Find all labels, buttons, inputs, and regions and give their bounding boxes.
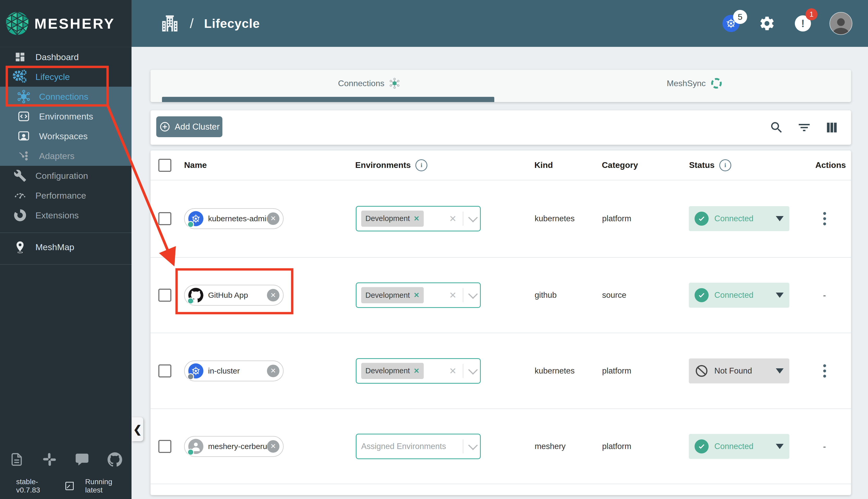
close-icon[interactable]: ✕	[267, 212, 279, 225]
table-row: meshery-cerberus-0 ✕ Assigned Environmen…	[150, 409, 851, 484]
sidebar-item-adapters[interactable]: Adapters	[0, 146, 132, 166]
search-icon[interactable]	[769, 120, 784, 135]
tab-connections-label: Connections	[338, 78, 384, 88]
status-dropdown[interactable]: Connected	[689, 283, 789, 308]
sidebar-item-workspaces[interactable]: Workspaces	[0, 126, 132, 146]
settings-button[interactable]	[758, 14, 776, 33]
kubernetes-context-button[interactable]: 5	[722, 14, 740, 33]
connection-name-chip[interactable]: GitHub App ✕	[184, 285, 284, 306]
filter-icon[interactable]	[797, 120, 811, 135]
sidebar-item-lifecycle[interactable]: Lifecycle	[0, 67, 132, 87]
environment-chip: Development ✕	[361, 363, 424, 379]
kubernetes-icon	[188, 363, 203, 378]
header-actions: 5 ! 1	[722, 0, 852, 47]
category-value: platform	[602, 366, 631, 376]
connected-check-icon	[695, 288, 709, 302]
connection-name: meshery-cerberus-0	[208, 442, 267, 451]
slack-icon[interactable]	[42, 452, 57, 467]
tab-meshsync-label: MeshSync	[667, 78, 706, 88]
running-status: Running latest	[85, 478, 132, 494]
connection-name: in-cluster	[208, 366, 267, 375]
view-columns-icon[interactable]	[824, 120, 839, 135]
col-status: Status	[689, 160, 715, 170]
connection-name-chip[interactable]: meshery-cerberus-0 ✕	[184, 436, 284, 457]
page-title: Lifecycle	[204, 16, 260, 31]
sidebar-item-connections[interactable]: Connections	[0, 87, 132, 107]
row-actions-menu[interactable]	[819, 212, 830, 225]
sidebar-footer: stable-v0.7.83 Running latest	[0, 452, 132, 499]
category-value: platform	[602, 214, 631, 223]
connection-name-chip[interactable]: kubernetes-admin… ✕	[184, 208, 284, 229]
chevron-down-icon[interactable]	[468, 440, 478, 450]
sidebar: MESHERY Dashboard	[0, 0, 132, 499]
logo[interactable]: MESHERY	[0, 0, 132, 47]
add-cluster-button[interactable]: Add Cluster	[156, 117, 222, 137]
notifications-button[interactable]: ! 1	[794, 14, 812, 33]
notification-count-badge: 1	[806, 8, 818, 20]
environments-select[interactable]: Development ✕ ✕	[356, 358, 481, 384]
breadcrumb-separator: /	[190, 16, 193, 31]
close-icon[interactable]: ✕	[267, 289, 279, 302]
connection-name-chip[interactable]: in-cluster ✕	[184, 361, 284, 381]
sidebar-collapse-button[interactable]: ❮	[132, 417, 143, 441]
close-icon[interactable]: ✕	[267, 365, 279, 377]
sidebar-divider	[0, 264, 132, 265]
row-checkbox[interactable]	[158, 212, 171, 225]
clear-environments-icon[interactable]: ✕	[449, 290, 457, 300]
category-value: platform	[602, 442, 631, 451]
table-row: kubernetes-admin… ✕ i Development ✕ ✕ ku…	[150, 180, 851, 258]
github-icon[interactable]	[108, 452, 122, 467]
user-avatar[interactable]	[830, 12, 852, 35]
sidebar-item-extensions[interactable]: Extensions	[0, 205, 132, 225]
person-icon	[830, 15, 852, 35]
status-dot	[187, 373, 194, 380]
status-dropdown[interactable]: Connected	[689, 206, 789, 231]
row-checkbox[interactable]	[158, 364, 171, 377]
environments-select[interactable]: Development ✕ ✕	[356, 206, 481, 231]
kind-value: kubernetes	[535, 214, 575, 223]
environments-select[interactable]: Assigned Environments	[356, 434, 481, 459]
gear-icon	[759, 15, 775, 32]
meshery-logo-icon	[5, 11, 30, 36]
tab-connections[interactable]: Connections	[297, 70, 442, 97]
caret-down-icon	[776, 444, 784, 449]
sidebar-item-environments[interactable]: Environments	[0, 107, 132, 126]
clear-environments-icon[interactable]: ✕	[449, 214, 457, 224]
clear-environments-icon[interactable]: ✕	[449, 366, 457, 376]
select-all-checkbox[interactable]	[158, 159, 171, 172]
close-icon[interactable]: ✕	[267, 440, 279, 453]
divider	[463, 364, 463, 378]
sidebar-item-performance[interactable]: Performance	[0, 186, 132, 205]
chat-icon[interactable]	[75, 452, 89, 467]
breadcrumb: / Lifecycle	[160, 14, 260, 33]
row-checkbox[interactable]	[158, 289, 171, 302]
sidebar-item-configuration[interactable]: Configuration	[0, 166, 132, 186]
chevron-down-icon[interactable]	[468, 213, 478, 222]
table-row: GitHub App ✕ Development ✕ ✕ github sour…	[150, 258, 851, 333]
external-link-icon[interactable]	[65, 482, 74, 490]
docs-icon[interactable]	[9, 452, 24, 467]
status-dot	[187, 449, 194, 455]
tab-meshsync[interactable]: MeshSync	[640, 70, 749, 97]
environments-select[interactable]: Development ✕ ✕	[356, 282, 481, 308]
remove-environment-icon[interactable]: ✕	[413, 367, 420, 375]
row-checkbox[interactable]	[158, 440, 171, 453]
status-dropdown[interactable]: Connected	[689, 434, 789, 459]
status-info-icon[interactable]: i	[719, 159, 731, 171]
connection-name: kubernetes-admin…	[208, 214, 267, 223]
remove-environment-icon[interactable]: ✕	[413, 215, 420, 223]
col-category: Category	[602, 160, 638, 170]
remove-environment-icon[interactable]: ✕	[413, 291, 420, 299]
meshsync-tab-icon	[710, 77, 723, 90]
app-header: / Lifecycle 5	[132, 0, 868, 47]
row-actions-menu[interactable]	[819, 364, 830, 377]
chevron-down-icon[interactable]	[468, 365, 478, 375]
connections-icon	[16, 89, 31, 104]
table-toolbar-card: Add Cluster	[150, 110, 851, 145]
chevron-down-icon[interactable]	[468, 289, 478, 299]
status-dropdown[interactable]: Not Found	[689, 358, 789, 384]
environments-info-icon[interactable]: i	[415, 159, 427, 171]
sidebar-item-meshmap[interactable]: MeshMap	[0, 237, 132, 257]
sidebar-item-dashboard[interactable]: Dashboard	[0, 47, 132, 67]
status-dot	[187, 221, 194, 228]
